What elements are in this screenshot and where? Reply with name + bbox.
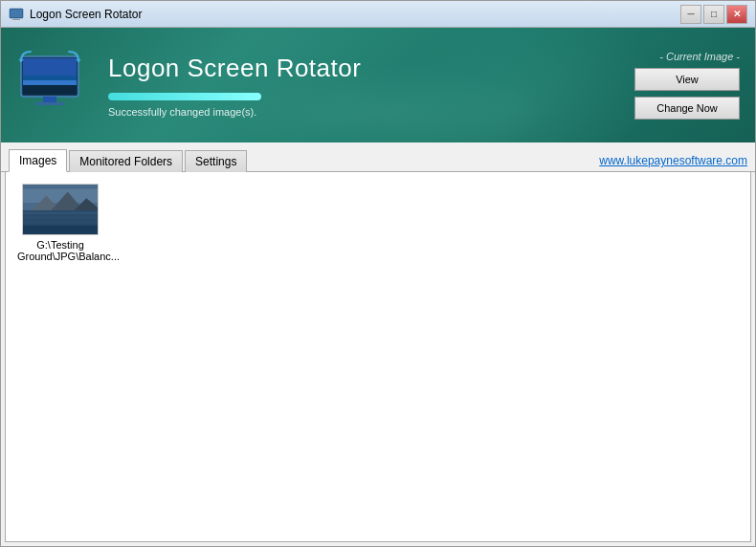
window-controls: ─ □ ✕ xyxy=(680,5,747,24)
header-text: Logon Screen Rotator Successfully change… xyxy=(108,54,634,118)
svg-rect-8 xyxy=(23,80,77,85)
close-button[interactable]: ✕ xyxy=(726,5,747,24)
svg-rect-18 xyxy=(23,217,98,218)
svg-rect-10 xyxy=(35,102,64,105)
status-text: Successfully changed image(s). xyxy=(108,106,634,118)
header-right: - Current Image - View Change Now xyxy=(634,51,740,120)
images-grid: G:\Testing Ground\JPG\Balanc... xyxy=(17,184,739,262)
change-now-button[interactable]: Change Now xyxy=(634,97,740,120)
minimize-button[interactable]: ─ xyxy=(680,5,701,24)
svg-rect-3 xyxy=(12,19,20,20)
window-title: Logon Screen Rotator xyxy=(30,8,680,21)
title-bar: Logon Screen Rotator ─ □ ✕ xyxy=(1,1,755,28)
maximize-button[interactable]: □ xyxy=(703,5,724,24)
progress-bar-fill xyxy=(108,93,261,100)
svg-rect-19 xyxy=(23,222,98,223)
image-thumbnail xyxy=(22,184,99,235)
image-path: G:\Testing Ground\JPG\Balanc... xyxy=(17,239,103,262)
content-area: Images Monitored Folders Settings www.lu… xyxy=(1,142,755,546)
svg-rect-17 xyxy=(23,212,98,214)
tab-content-images: G:\Testing Ground\JPG\Balanc... xyxy=(5,172,751,542)
svg-rect-20 xyxy=(23,226,98,235)
tab-images[interactable]: Images xyxy=(9,149,67,172)
current-image-label: - Current Image - xyxy=(659,51,740,62)
progress-bar-container xyxy=(108,93,261,100)
tab-settings[interactable]: Settings xyxy=(185,150,247,172)
list-item[interactable]: G:\Testing Ground\JPG\Balanc... xyxy=(17,184,103,262)
website-link[interactable]: www.lukepaynesoftware.com xyxy=(599,154,747,171)
header: Logon Screen Rotator Successfully change… xyxy=(1,28,755,142)
tab-monitored-folders[interactable]: Monitored Folders xyxy=(69,150,183,172)
view-button[interactable]: View xyxy=(634,68,740,91)
app-title: Logon Screen Rotator xyxy=(108,54,634,83)
tabs-row: Images Monitored Folders Settings www.lu… xyxy=(1,142,755,172)
app-icon xyxy=(9,7,24,22)
svg-rect-1 xyxy=(11,10,22,17)
main-window: Logon Screen Rotator ─ □ ✕ xyxy=(0,0,756,547)
app-logo xyxy=(16,47,93,123)
